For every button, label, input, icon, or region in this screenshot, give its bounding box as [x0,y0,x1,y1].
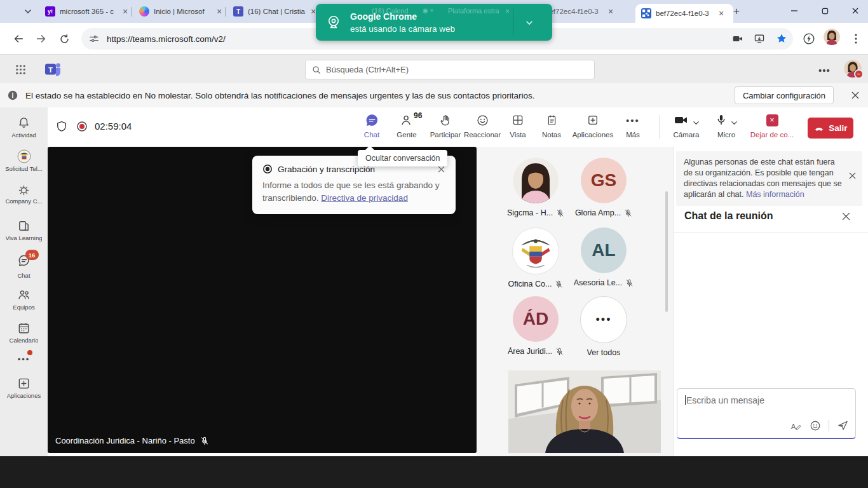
tab-close-icon[interactable]: × [311,7,316,16]
bookmark-star-icon[interactable] [770,33,793,44]
send-icon[interactable] [837,419,849,431]
extension-icon[interactable] [799,29,818,48]
browser-profile-avatar[interactable] [824,29,840,45]
emoji-icon[interactable] [810,420,821,431]
participant-name: Oficina Co... [508,280,552,288]
sidebar-item-more[interactable]: ••• [0,355,48,364]
stop-recording-toolbar-button[interactable]: × Dejar de co... [747,112,797,144]
svg-text:A: A [791,422,796,430]
tab-close-icon[interactable]: × [217,7,222,16]
stage-name-label: Coordinación Juridica - Nariño - Pasto [55,436,209,445]
sidebar-item-viva-learning[interactable]: Viva Learning [0,219,48,241]
sidebar-item-calendario[interactable]: Calendario [0,322,48,344]
teams-search-input[interactable]: Búsqueda (Ctrl+Alt+E) [305,60,595,79]
change-settings-button[interactable]: Cambiar configuración [735,86,834,104]
mic-muted-icon [625,279,634,287]
forward-icon[interactable] [32,29,51,48]
browser-tab[interactable]: Inicio | Microsof × [133,0,235,23]
more-dots-icon: ••• [18,355,31,364]
browser-tab[interactable]: y! microsoft 365 - c × [39,0,141,23]
ghost-recording-dot: ◉ × [423,7,433,14]
browser-tab-active[interactable]: bef72ec4-f1e0-3 × [635,4,733,23]
info-icon [0,90,25,100]
chat-toolbar-button[interactable]: Chat [356,112,388,144]
chat-panel-header: Chat de la reunión [684,210,860,222]
header-more-icon[interactable]: ••• [818,65,831,76]
sidebar-item-equipos[interactable]: Equipos [0,288,48,311]
privacy-policy-link[interactable]: Directiva de privacidad [321,193,408,203]
participant-tile[interactable]: ÁD Área Juridi... [501,296,571,356]
tab-search-chevron-icon[interactable] [22,5,34,18]
browser-menu-icon[interactable] [848,29,864,48]
waffle-menu-icon[interactable] [14,63,27,76]
banner-close-icon[interactable] [843,91,868,100]
raise-hand-toolbar-button[interactable]: Participar [426,112,465,144]
participant-tile[interactable]: AL Asesoria Le... [569,227,639,287]
tab-favicon [139,6,149,17]
more-info-link[interactable]: Más información [746,190,804,199]
notice-close-icon[interactable] [848,172,857,180]
participant-name: Asesoria Le... [574,278,622,287]
window-maximize-button[interactable] [816,3,834,19]
security-shield-icon[interactable] [54,119,69,134]
leave-button[interactable]: Salir [808,118,853,139]
see-all-participants[interactable]: ••• Ver todos [569,296,639,357]
emblem-icon [17,149,31,163]
people-icon [17,288,31,302]
format-icon[interactable]: A [790,420,802,431]
new-tab-button[interactable]: + [729,4,743,18]
more-toolbar-button[interactable]: ••• Más [618,112,648,144]
camera-toolbar-button[interactable]: Cámara [665,112,707,144]
mic-icon [715,112,738,128]
gear-icon [18,185,29,196]
sidebar-item-chat[interactable]: 16 Chat [0,254,48,279]
message-input[interactable]: Escriba un mensaje A [677,388,856,439]
camera-in-use-icon[interactable] [727,33,749,44]
mic-muted-icon [556,209,564,217]
participant-tile[interactable]: GS Gloria Amp... [569,158,639,217]
notes-toolbar-button[interactable]: Notas [536,112,567,144]
participant-tile[interactable]: Oficina Co... [501,227,571,288]
people-toolbar-button[interactable]: 96 Gente [390,112,424,144]
apps-toolbar-button[interactable]: Aplicaciones [570,112,616,144]
window-minimize-button[interactable] [785,3,803,19]
windows-taskbar: Buscar T W [0,456,868,488]
plus-square-icon [17,377,31,390]
tab-separator [131,7,132,17]
meeting-chat-panel: Algunas personas de este chat están fuer… [674,147,868,456]
install-app-icon[interactable] [749,33,770,44]
sidebar-item-company[interactable]: Company C... [0,185,48,205]
tab-title: Inicio | Microsof [154,8,212,15]
camera-notification[interactable]: (16) Calend ◉ × Plataforma estra × Googl… [316,4,552,41]
tab-close-icon[interactable]: × [123,7,128,16]
notification-message: está usando la cámara web [350,24,455,34]
browser-tab[interactable]: T (16) Chat | Cristia × [227,0,327,23]
stop-recording-icon: × [766,112,778,128]
svg-text:T: T [48,66,53,74]
hide-conversation-tooltip: Ocultar conversación [358,150,447,166]
participants-scrollbar[interactable] [665,191,668,312]
chat-panel-title: Chat de la reunión [684,210,773,222]
window-close-button[interactable] [846,3,864,19]
sidebar-item-aplicaciones[interactable]: Aplicaciones [0,377,48,399]
view-toolbar-button[interactable]: Vista [504,112,532,144]
see-all-label: Ver todos [587,348,621,357]
ghost-tab-close: × [505,7,510,16]
sidebar-item-actividad[interactable]: Actividad [0,116,48,139]
teams-profile-avatar[interactable] [844,60,862,78]
react-toolbar-button[interactable]: Reaccionar [462,112,503,144]
self-video-tile[interactable] [508,370,661,453]
reload-icon[interactable] [55,29,74,48]
toolbar-divider [659,115,660,139]
ellipsis-icon: ••• [626,112,640,128]
site-info-icon[interactable] [81,34,107,44]
status-banner: El estado se ha establecido en No molest… [0,83,868,108]
participant-tile[interactable]: Sigcma - H... [501,158,571,217]
notification-expand-chevron-icon[interactable] [523,17,536,29]
mic-toolbar-button[interactable]: Micro [709,112,744,144]
back-icon[interactable] [9,29,28,48]
tab-close-icon[interactable]: × [719,9,724,18]
sidebar-item-solicitud[interactable]: Solicitud Tel... [0,149,48,172]
chat-close-icon[interactable] [841,212,851,221]
tab-close-icon[interactable]: × [608,7,613,16]
